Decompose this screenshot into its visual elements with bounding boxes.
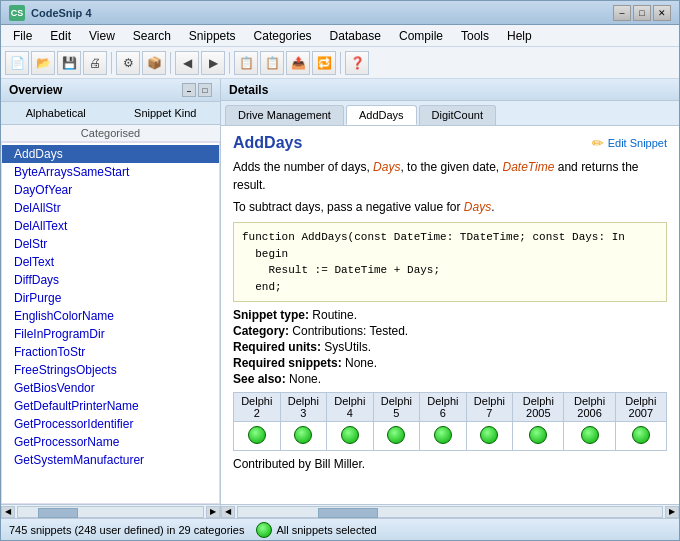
h-scroll-track[interactable] <box>17 506 204 518</box>
overview-title: Overview <box>9 83 62 97</box>
edit-snippet-label: Edit Snippet <box>608 137 667 149</box>
tab-alphabetical[interactable]: Alphabetical <box>1 102 111 124</box>
open-button[interactable]: 📂 <box>31 51 55 75</box>
menu-edit[interactable]: Edit <box>42 27 79 45</box>
snippet-item-bytearrayssamestart[interactable]: ByteArraysSameStart <box>2 163 219 181</box>
menu-snippets[interactable]: Snippets <box>181 27 244 45</box>
compat-circle-d2006 <box>581 426 599 444</box>
paste-button[interactable]: 📋 <box>260 51 284 75</box>
title-bar: CS CodeSnip 4 – □ ✕ <box>1 1 679 25</box>
menu-categories[interactable]: Categories <box>246 27 320 45</box>
snippet-item-getsystemmanuf[interactable]: GetSystemManufacturer <box>2 451 219 469</box>
compat-d4 <box>327 422 374 451</box>
desc2-prefix: To subtract days, pass a negative value … <box>233 200 464 214</box>
snippet-item-freestrings[interactable]: FreeStringsObjects <box>2 361 219 379</box>
tab-adddays[interactable]: AddDays <box>346 105 417 125</box>
menu-compile[interactable]: Compile <box>391 27 451 45</box>
snippet-item-getdefaultprinter[interactable]: GetDefaultPrinterName <box>2 397 219 415</box>
toolbar-sep2 <box>170 52 171 74</box>
back-button[interactable]: ◀ <box>175 51 199 75</box>
compat-d5 <box>373 422 420 451</box>
menu-file[interactable]: File <box>5 27 40 45</box>
scroll-left-btn[interactable]: ◀ <box>1 506 15 518</box>
details-header: Details <box>221 79 679 101</box>
snippet-item-dayofyear[interactable]: DayOfYear <box>2 181 219 199</box>
content-area: AddDays ✏ Edit Snippet Adds the number o… <box>221 126 679 504</box>
menu-database[interactable]: Database <box>322 27 389 45</box>
snippet-item-englishcolorname[interactable]: EnglishColorName <box>2 307 219 325</box>
compat-header-d4: Delphi 4 <box>327 393 374 422</box>
rh-scroll-track[interactable] <box>237 506 663 518</box>
compat-circle-d2007 <box>632 426 650 444</box>
see-also-value: None. <box>289 372 321 386</box>
h-scroll-thumb[interactable] <box>38 508 78 518</box>
snippet-list[interactable]: AddDays ByteArraysSameStart DayOfYear De… <box>1 142 220 504</box>
compat-header-d3: Delphi 3 <box>280 393 327 422</box>
tab-drive-management[interactable]: Drive Management <box>225 105 344 125</box>
right-panel: Details Drive Management AddDays DigitCo… <box>221 79 679 518</box>
save-button[interactable]: 💾 <box>57 51 81 75</box>
copy-button[interactable]: 📋 <box>234 51 258 75</box>
desc2-suffix: . <box>491 200 494 214</box>
compat-circle-d4 <box>341 426 359 444</box>
compat-circle-d3 <box>294 426 312 444</box>
contributed-text: Contributed by Bill Miller. <box>233 457 667 471</box>
rscroll-right-btn[interactable]: ▶ <box>665 506 679 518</box>
export-button[interactable]: 📤 <box>286 51 310 75</box>
snippet-item-dirpurge[interactable]: DirPurge <box>2 289 219 307</box>
snippet-item-delstr[interactable]: DelStr <box>2 235 219 253</box>
snippet-item-getbiosvendor[interactable]: GetBiosVendor <box>2 379 219 397</box>
snippet-item-diffdays[interactable]: DiffDays <box>2 271 219 289</box>
left-horizontal-scrollbar[interactable]: ◀ ▶ <box>1 504 220 518</box>
edit-snippet-button[interactable]: ✏ Edit Snippet <box>592 135 667 151</box>
snippet-title: AddDays <box>233 134 302 152</box>
toolbar-sep3 <box>229 52 230 74</box>
status-icon <box>256 522 272 538</box>
menu-search[interactable]: Search <box>125 27 179 45</box>
menu-help[interactable]: Help <box>499 27 540 45</box>
snippet-item-getprocessorname[interactable]: GetProcessorName <box>2 433 219 451</box>
compat-header-d2: Delphi 2 <box>234 393 281 422</box>
scroll-right-btn[interactable]: ▶ <box>206 506 220 518</box>
help-button[interactable]: ❓ <box>345 51 369 75</box>
tab-snippet-kind[interactable]: Snippet Kind <box>111 102 221 124</box>
panel-restore-btn[interactable]: □ <box>198 83 212 97</box>
rscroll-left-btn[interactable]: ◀ <box>221 506 235 518</box>
categorised-label: Categorised <box>1 125 220 142</box>
snippet-item-fileinprogramdir[interactable]: FileInProgramDir <box>2 325 219 343</box>
forward-button[interactable]: ▶ <box>201 51 225 75</box>
toolbar: 📄 📂 💾 🖨 ⚙ 📦 ◀ ▶ 📋 📋 📤 🔁 ❓ <box>1 47 679 79</box>
maximize-button[interactable]: □ <box>633 5 651 21</box>
config-button[interactable]: ⚙ <box>116 51 140 75</box>
compat-d2006 <box>564 422 615 451</box>
snippet-item-adddays[interactable]: AddDays <box>2 145 219 163</box>
package-button[interactable]: 📦 <box>142 51 166 75</box>
refresh-button[interactable]: 🔁 <box>312 51 336 75</box>
compat-header-d6: Delphi 6 <box>420 393 467 422</box>
new-button[interactable]: 📄 <box>5 51 29 75</box>
compat-circle-d5 <box>387 426 405 444</box>
required-snippets-value: None. <box>345 356 377 370</box>
tab-digitcount[interactable]: DigitCount <box>419 105 496 125</box>
main-window: CS CodeSnip 4 – □ ✕ File Edit View Searc… <box>0 0 680 541</box>
main-area: Overview – □ Alphabetical Snippet Kind C… <box>1 79 679 518</box>
minimize-button[interactable]: – <box>613 5 631 21</box>
right-horizontal-scrollbar[interactable]: ◀ ▶ <box>221 504 679 518</box>
snippet-item-delallstr[interactable]: DelAllStr <box>2 199 219 217</box>
snippet-item-fractiontostr[interactable]: FractionToStr <box>2 343 219 361</box>
close-button[interactable]: ✕ <box>653 5 671 21</box>
snippet-item-delalltext[interactable]: DelAllText <box>2 217 219 235</box>
menu-tools[interactable]: Tools <box>453 27 497 45</box>
snippet-item-getprocessorid[interactable]: GetProcessorIdentifier <box>2 415 219 433</box>
details-title: Details <box>229 83 268 97</box>
compat-table: Delphi 2 Delphi 3 Delphi 4 Delphi 5 Delp… <box>233 392 667 451</box>
compat-header-d2006: Delphi 2006 <box>564 393 615 422</box>
snippet-item-deltext[interactable]: DelText <box>2 253 219 271</box>
print-button[interactable]: 🖨 <box>83 51 107 75</box>
status-text1: 745 snippets (248 user defined) in 29 ca… <box>9 524 244 536</box>
panel-minimize-btn[interactable]: – <box>182 83 196 97</box>
rh-scroll-thumb[interactable] <box>318 508 378 518</box>
compat-d6 <box>420 422 467 451</box>
menu-view[interactable]: View <box>81 27 123 45</box>
see-also-line: See also: None. <box>233 372 667 386</box>
